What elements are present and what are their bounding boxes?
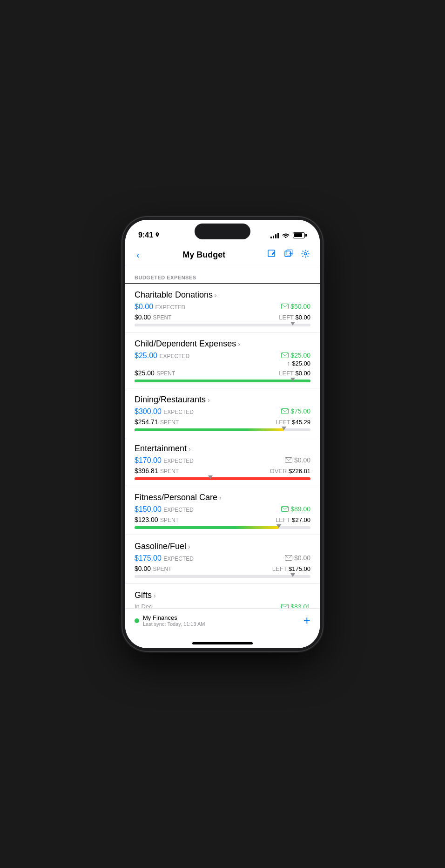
item-title-row: Charitable Donations › — [135, 290, 310, 300]
expected-amount: $25.00 EXPECTED — [135, 352, 189, 360]
progress-bar — [135, 477, 310, 480]
item-title-row: Gifts › — [135, 590, 310, 600]
chevron-icon: › — [219, 494, 222, 502]
left-amount: LEFT $0.00 — [279, 313, 310, 321]
amounts-row: $25.00 EXPECTED $25.00 ↑ — [135, 352, 310, 367]
progress-fill — [135, 428, 284, 431]
envelope-icon — [281, 353, 289, 358]
budget-item-gifts[interactable]: Gifts › In Dec $600.00 — [125, 584, 320, 608]
amounts-row: $175.00 EXPECTED $0.00 — [135, 554, 310, 563]
budget-item-entertainment[interactable]: Entertainment › $170.00 EXPECTED — [125, 437, 320, 486]
sync-name: My Finances — [143, 614, 205, 621]
expected-amount: $150.00 EXPECTED — [135, 505, 194, 514]
right-amounts: $0.00 — [285, 456, 310, 464]
budget-item-dining[interactable]: Dining/Restaurants › $300.00 EXPECTED — [125, 388, 320, 437]
progress-fill — [135, 380, 310, 382]
amounts-row: $0.00 EXPECTED $50.00 — [135, 303, 310, 311]
budget-item-gasoline[interactable]: Gasoline/Fuel › $175.00 EXPECTED — [125, 535, 320, 584]
spent-row: $396.81 SPENT OVER $226.81 — [135, 467, 310, 475]
spent-row: $0.00 SPENT LEFT $175.00 — [135, 564, 310, 573]
back-button[interactable]: ‹ — [135, 248, 142, 262]
item-title: Charitable Donations — [135, 290, 213, 300]
budget-item-child-dependent[interactable]: Child/Dependent Expenses › $25.00 EXPECT… — [125, 332, 320, 388]
progress-marker — [290, 378, 295, 381]
spent-amount: $0.00 SPENT — [135, 313, 172, 321]
item-title-row: Gasoline/Fuel › — [135, 542, 310, 551]
item-title: Child/Dependent Expenses — [135, 339, 236, 349]
sync-status-dot — [135, 618, 139, 623]
chevron-icon: › — [208, 396, 210, 404]
amounts-row: In Dec $600.00 $83.01 ↑ — [135, 603, 310, 608]
expected-amount: $0.00 EXPECTED — [135, 303, 185, 311]
item-title: Fitness/Personal Care — [135, 493, 217, 502]
left-amount: LEFT $45.29 — [276, 418, 310, 426]
progress-marker — [276, 524, 281, 528]
left-amount: LEFT $175.00 — [272, 564, 310, 573]
content-area[interactable]: BUDGETED EXPENSES Charitable Donations ›… — [125, 267, 320, 608]
in-dec-label: In Dec — [135, 603, 160, 608]
bottom-bar: My Finances Last sync: Today, 11:13 AM + — [125, 608, 320, 632]
expected-amount: $300.00 EXPECTED — [135, 407, 194, 416]
item-title-row: Child/Dependent Expenses › — [135, 339, 310, 349]
item-title-row: Fitness/Personal Care › — [135, 493, 310, 502]
envelope-icon — [285, 555, 292, 561]
progress-bar — [135, 380, 310, 382]
item-title: Entertainment — [135, 444, 187, 454]
progress-marker — [290, 322, 295, 326]
add-button[interactable]: + — [303, 613, 310, 628]
sync-info: My Finances Last sync: Today, 11:13 AM — [135, 614, 205, 627]
amounts-row: $300.00 EXPECTED $75.00 — [135, 407, 310, 416]
duplicate-icon[interactable] — [283, 249, 294, 261]
over-amount: OVER $226.81 — [270, 467, 310, 475]
spent-amount: $254.71 SPENT — [135, 418, 179, 426]
right-amounts: $83.01 ↑ $425.00 — [281, 603, 310, 608]
phone-screen: 9:41 — [125, 220, 320, 648]
progress-fill — [135, 477, 310, 480]
right-amounts: $75.00 — [281, 407, 310, 415]
left-amount: LEFT $0.00 — [279, 369, 310, 377]
expected-amount: $175.00 EXPECTED — [135, 554, 194, 563]
right-amounts: $50.00 — [281, 303, 310, 310]
spent-row: $254.71 SPENT LEFT $45.29 — [135, 418, 310, 426]
amounts-row: $150.00 EXPECTED $89.00 — [135, 505, 310, 514]
expected-amount: In Dec $600.00 — [135, 603, 160, 608]
nav-title: My Budget — [182, 250, 225, 260]
dynamic-island — [195, 224, 250, 239]
spent-amount: $123.00 SPENT — [135, 515, 179, 524]
amounts-row: $170.00 EXPECTED $0.00 — [135, 456, 310, 465]
wifi-icon — [282, 232, 290, 238]
settings-icon[interactable] — [300, 249, 310, 261]
arrow-up-amount: ↑ $25.00 — [287, 359, 310, 367]
status-time: 9:41 — [138, 231, 160, 239]
envelope-icon — [281, 604, 289, 608]
item-title: Gifts — [135, 590, 152, 600]
envelope-amount: $50.00 — [281, 303, 310, 310]
sync-time: Last sync: Today, 11:13 AM — [143, 621, 205, 627]
budget-item-charitable-donations[interactable]: Charitable Donations › $0.00 EXPECTED — [125, 284, 320, 332]
nav-actions — [267, 249, 310, 261]
item-title-row: Entertainment › — [135, 444, 310, 454]
right-amounts: $0.00 — [285, 554, 310, 562]
envelope-amount: $75.00 — [281, 407, 310, 415]
edit-icon[interactable] — [267, 249, 277, 261]
chevron-icon: › — [238, 340, 240, 348]
progress-bar — [135, 575, 310, 578]
budget-item-fitness[interactable]: Fitness/Personal Care › $150.00 EXPECTED — [125, 486, 320, 535]
envelope-amount: $0.00 — [285, 456, 310, 464]
item-title: Gasoline/Fuel — [135, 542, 186, 551]
status-icons — [270, 232, 307, 238]
envelope-icon — [281, 304, 289, 309]
right-amounts: $25.00 ↑ $25.00 — [281, 352, 310, 367]
item-title: Dining/Restaurants — [135, 395, 206, 405]
progress-marker — [290, 573, 295, 577]
expected-amount: $170.00 EXPECTED — [135, 456, 194, 465]
envelope-amount: $0.00 — [285, 554, 310, 562]
svg-point-3 — [304, 253, 306, 255]
progress-marker — [208, 475, 213, 479]
right-amounts: $89.00 — [281, 505, 310, 513]
progress-marker — [282, 427, 286, 430]
spent-amount: $396.81 SPENT — [135, 467, 179, 475]
envelope-amount: $25.00 — [281, 352, 310, 359]
sync-text: My Finances Last sync: Today, 11:13 AM — [143, 614, 205, 627]
svg-rect-10 — [282, 604, 289, 609]
